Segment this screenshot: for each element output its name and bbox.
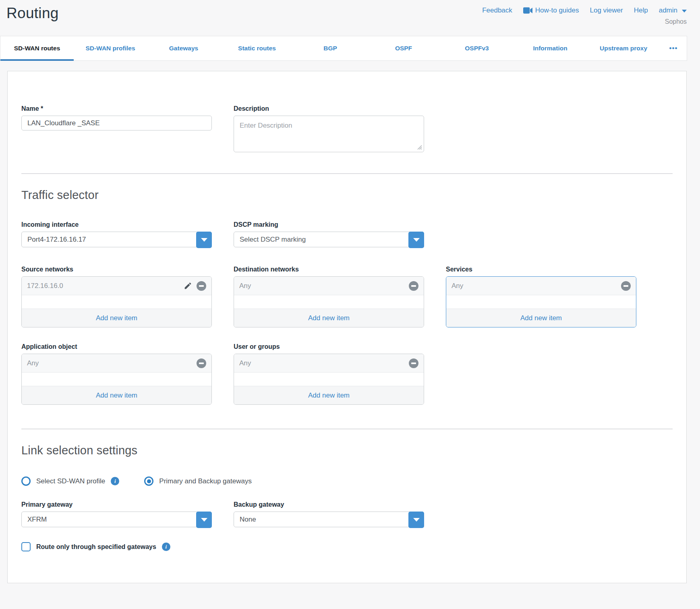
page-header: Routing Feedback How-to guides Log viewe… [0,0,700,25]
sdwan-profile-radio[interactable] [21,476,31,486]
primary-gateway-label: Primary gateway [21,501,212,508]
add-new-item-button[interactable]: Add new item [234,386,424,404]
brand-label: Sophos [482,18,687,25]
tab-ospf[interactable]: OSPF [367,36,440,60]
list-item: Any [234,354,424,373]
route-only-row: Route only through specified gateways i [21,542,673,551]
dscp-marking-label: DSCP marking [234,221,424,228]
description-label: Description [234,105,424,112]
primary-backup-radio[interactable] [144,476,153,486]
tab-upstream-proxy[interactable]: Upstream proxy [587,36,660,60]
list-item: Any [22,354,211,373]
edit-icon[interactable] [184,282,192,290]
box-empty-area [22,295,211,309]
header-links: Feedback How-to guides Log viewer Help a… [482,5,687,14]
header-right: Feedback How-to guides Log viewer Help a… [482,5,687,25]
admin-menu[interactable]: admin [659,6,687,14]
interface-dscp-row: Incoming interface Port4-172.16.16.17 DS… [21,221,673,247]
list-item: 172.16.16.0 [22,277,211,295]
chevron-down-icon[interactable] [408,232,424,248]
remove-icon[interactable] [409,281,418,291]
info-icon[interactable]: i [111,477,119,485]
page-title: Routing [6,5,59,22]
user-or-groups-box: Any Add new item [234,354,424,405]
link-selection-heading: Link selection settings [21,444,673,457]
chevron-down-icon[interactable] [408,512,424,528]
tab-static-routes[interactable]: Static routes [220,36,294,60]
list-item: Any [234,277,424,295]
application-object-label: Application object [21,343,212,350]
name-description-row: Name * Description [21,105,673,152]
route-only-checkbox-label: Route only through specified gateways [36,543,156,551]
box-empty-area [22,373,211,386]
add-new-item-button[interactable]: Add new item [22,386,211,404]
log-viewer-link[interactable]: Log viewer [590,6,623,14]
remove-icon[interactable] [621,281,631,291]
tab-ospfv3[interactable]: OSPFv3 [440,36,514,60]
add-new-item-button[interactable]: Add new item [234,309,424,327]
tab-more-menu[interactable]: ••• [660,36,687,60]
feedback-link[interactable]: Feedback [482,6,512,14]
route-only-checkbox[interactable] [21,542,31,551]
box-empty-area [234,373,424,386]
source-networks-box: 172.16.16.0 Add new item [21,276,212,327]
divider [21,429,673,429]
destination-networks-label: Destination networks [234,266,424,273]
box-empty-area [234,295,424,309]
video-camera-icon [523,7,532,14]
remove-icon[interactable] [197,358,206,368]
backup-gateway-select[interactable]: None [234,512,424,527]
traffic-selector-heading: Traffic selector [21,188,673,202]
description-input[interactable] [234,116,424,152]
backup-gateway-label: Backup gateway [234,501,424,508]
help-link[interactable]: Help [634,6,648,14]
primary-backup-radio-label: Primary and Backup gateways [159,477,252,485]
destination-networks-box: Any Add new item [234,276,424,327]
link-selection-radios: Select SD-WAN profile i Primary and Back… [21,476,673,486]
application-object-box: Any Add new item [21,354,212,405]
add-new-item-button[interactable]: Add new item [446,309,636,327]
sdwan-profile-radio-label: Select SD-WAN profile [36,477,105,485]
primary-gateway-select[interactable]: XFRM [21,512,212,527]
gateways-row: Primary gateway XFRM Backup gateway None [21,501,673,527]
name-input[interactable] [21,116,212,130]
chevron-down-icon [682,10,687,12]
tab-gateways[interactable]: Gateways [147,36,220,60]
networks-row: Source networks 172.16.16.0 Add new item… [21,266,673,327]
incoming-interface-select[interactable]: Port4-172.16.16.17 [21,232,212,247]
box-empty-area [446,295,636,309]
application-users-row: Application object Any Add new item User… [21,343,673,405]
source-networks-label: Source networks [21,266,212,273]
info-icon[interactable]: i [162,543,170,551]
content-card: Name * Description Traffic selector Inco… [7,71,687,583]
remove-icon[interactable] [197,281,206,291]
list-item: Any [446,277,636,295]
remove-icon[interactable] [409,358,418,368]
incoming-interface-label: Incoming interface [21,221,212,228]
resize-grip-icon[interactable] [417,145,422,150]
name-label: Name * [21,105,212,112]
tab-information[interactable]: Information [514,36,587,60]
tab-bar: SD-WAN routes SD-WAN profiles Gateways S… [0,36,687,61]
tab-bgp[interactable]: BGP [294,36,367,60]
tab-sd-wan-profiles[interactable]: SD-WAN profiles [74,36,147,60]
chevron-down-icon[interactable] [196,232,212,248]
tab-sd-wan-routes[interactable]: SD-WAN routes [0,36,74,60]
add-new-item-button[interactable]: Add new item [22,309,211,327]
services-label: Services [446,266,636,273]
chevron-down-icon[interactable] [196,512,212,528]
dscp-marking-select[interactable]: Select DSCP marking [234,232,424,247]
divider [21,173,673,174]
user-or-groups-label: User or groups [234,343,424,350]
howto-guides-link[interactable]: How-to guides [523,6,579,14]
services-box: Any Add new item [446,276,636,327]
